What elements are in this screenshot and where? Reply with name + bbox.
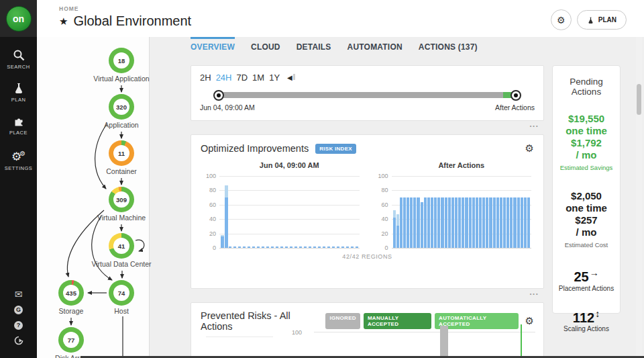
bar: [496, 197, 499, 248]
tab-automation[interactable]: AUTOMATION: [347, 37, 402, 58]
tab-overview[interactable]: OVERVIEW: [191, 37, 235, 58]
search-icon: [13, 49, 25, 61]
slider-end-handle[interactable]: [511, 90, 521, 101]
sidebar-label-settings: SETTINGS: [0, 165, 37, 171]
savings-caption: Estimated Savings: [553, 162, 620, 174]
savings-per-mo-label: / mo: [553, 149, 620, 161]
entity-count: 435: [63, 285, 79, 301]
risk-index-badge[interactable]: RISK INDEX: [315, 144, 356, 154]
ignored-bar: [440, 326, 448, 358]
supply-chain-node-host[interactable]: 74: [109, 280, 134, 306]
sidebar-item-settings[interactable]: ⚙⚙ SETTINGS: [0, 148, 37, 171]
sidebar-item-search[interactable]: SEARCH: [0, 49, 37, 70]
chart-title: After Actions: [392, 161, 532, 169]
settings-gear-button[interactable]: ⚙: [551, 9, 572, 30]
time-slider: [219, 92, 516, 98]
favorite-star-icon[interactable]: ★: [59, 15, 68, 28]
bars-group: [221, 185, 358, 248]
help-icon[interactable]: ?: [14, 320, 23, 330]
range-2h[interactable]: 2H: [200, 73, 211, 83]
tab-cloud[interactable]: CLOUD: [251, 37, 280, 58]
globe-g-icon[interactable]: G: [14, 305, 23, 314]
scaling-count: 112: [573, 310, 594, 324]
resize-handle[interactable]: ...: [191, 121, 544, 134]
collapse-toggle-icon[interactable]: ◀: [287, 74, 295, 81]
estimated-savings-block[interactable]: $19,550 one time $1,792 / mo Estimated S…: [553, 113, 620, 174]
resize-handle[interactable]: ...: [191, 289, 544, 302]
slider-start-handle[interactable]: [213, 90, 224, 101]
entity-label-container: Container: [78, 167, 165, 175]
tab-details[interactable]: DETAILS: [297, 37, 331, 58]
cost-one-time-amount: $2,050: [553, 190, 620, 202]
cost-one-time-label: one time: [553, 202, 620, 214]
bar: [410, 197, 413, 248]
bar: [455, 197, 458, 248]
sidebar-item-plan[interactable]: PLAN: [0, 82, 37, 103]
range-24h[interactable]: 24H: [216, 73, 232, 83]
badge-ignored[interactable]: IGNORED: [325, 313, 360, 329]
bar: [524, 197, 527, 248]
bar: [493, 197, 496, 248]
range-7d[interactable]: 7D: [236, 73, 248, 83]
bar: [431, 197, 433, 248]
entity-count: 41: [113, 238, 129, 254]
bar: [503, 197, 506, 248]
supply-chain-node-disk-array[interactable]: 77: [58, 327, 84, 353]
logout-icon[interactable]: [14, 336, 23, 345]
sidebar-label-place: PLACE: [0, 130, 37, 136]
gear-icon: ⚙: [557, 15, 566, 25]
range-1y[interactable]: 1Y: [269, 73, 280, 83]
estimated-cost-block[interactable]: $2,050 one time $257 / mo Estimated Cost: [553, 190, 620, 251]
bar: [462, 197, 464, 248]
gears-icon: ⚙⚙: [0, 148, 37, 163]
supply-chain-node-virtual-application[interactable]: 18: [109, 48, 134, 73]
supply-chain-node-storage[interactable]: 435: [58, 280, 84, 306]
y-axis-tick-label: 0: [201, 244, 216, 251]
bar: [517, 197, 520, 248]
plan-button[interactable]: PLAN: [577, 10, 627, 30]
gear-icon[interactable]: ⚙: [525, 142, 534, 154]
entity-label-virtual-application: Virtual Application: [78, 75, 165, 83]
entity-label-host: Host: [78, 307, 165, 315]
y-axis-tick-label: 20: [201, 230, 216, 237]
bar: [465, 197, 468, 248]
home-breadcrumb-label[interactable]: HOME: [59, 5, 191, 12]
scrollbar-thumb[interactable]: [637, 84, 641, 115]
turbonomic-on-icon: on: [6, 6, 32, 32]
vertical-scrollbar[interactable]: [636, 37, 642, 358]
range-1m[interactable]: 1M: [252, 73, 264, 83]
y-axis-tick-label: 100: [292, 329, 302, 336]
bar: [400, 197, 402, 248]
slider-track[interactable]: [219, 92, 516, 98]
badge-manually-accepted[interactable]: MANUALLY ACCEPTED: [364, 313, 431, 329]
scaling-actions-summary[interactable]: 112↕ Scaling Actions: [553, 307, 620, 333]
regions-caption: 42/42 REGIONS: [191, 253, 543, 260]
chart-before-actions: Jun 04, 09:00 AM 020406080100: [195, 157, 368, 248]
entity-label-application: Application: [78, 121, 165, 129]
supply-chain-node-application[interactable]: 320: [109, 94, 134, 120]
supply-chain-node-container[interactable]: 11: [109, 140, 134, 166]
puzzle-icon: [13, 115, 25, 127]
time-range-selector: 2H24H7D1M1Y◀: [200, 73, 535, 83]
y-axis-tick-label: 80: [201, 187, 216, 193]
supply-chain-node-virtual-machine[interactable]: 309: [109, 187, 134, 212]
app-logo[interactable]: on: [0, 0, 37, 37]
slider-start-label: Jun 04, 09:00 AM: [200, 103, 255, 111]
gear-icon[interactable]: ⚙: [525, 315, 534, 327]
savings-one-time-amount: $19,550: [553, 113, 620, 125]
dashed-baseline: [229, 247, 358, 248]
page-title: Global Environment: [73, 13, 191, 29]
cost-per-mo-label: / mo: [553, 226, 620, 238]
supply-chain-node-virtual-data-center[interactable]: 41: [109, 233, 134, 259]
sidebar-item-place[interactable]: PLACE: [0, 115, 37, 136]
gridline: [314, 332, 535, 332]
chart-title: Jun 04, 09:00 AM: [219, 161, 360, 169]
placement-actions-summary[interactable]: 25→ Placement Actions: [553, 266, 620, 292]
placement-count: 25: [574, 269, 588, 284]
savings-one-time-label: one time: [553, 125, 620, 137]
y-axis-tick-label: 80: [373, 187, 388, 193]
savings-monthly-amount: $1,792: [553, 137, 620, 149]
gridline: [219, 248, 360, 249]
mail-icon[interactable]: ✉: [14, 289, 23, 299]
tab-actions-137[interactable]: ACTIONS (137): [419, 37, 478, 58]
